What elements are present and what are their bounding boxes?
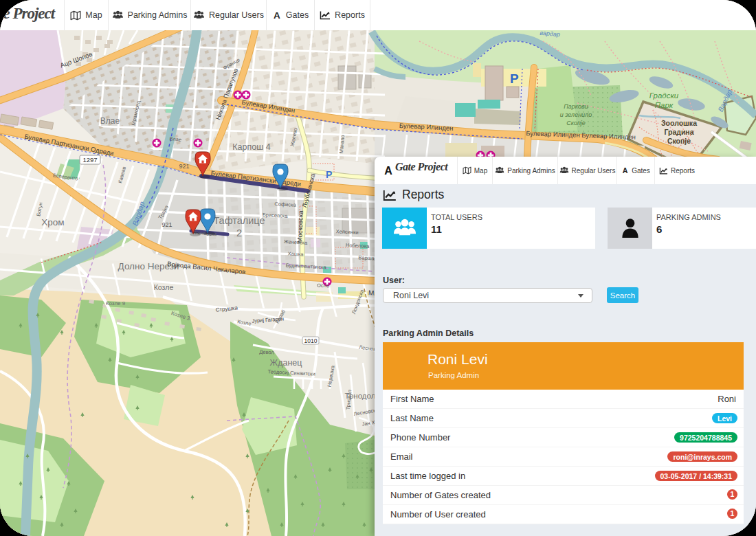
svg-text:A: A [384, 165, 392, 176]
svg-text:Влае: Влае [100, 116, 120, 126]
svg-text:Козле 9: Козле 9 [106, 300, 126, 306]
svg-text:Софиска: Софиска [274, 201, 297, 208]
svg-text:Парк: Парк [655, 101, 674, 109]
svg-text:Девол: Девол [259, 348, 274, 355]
svg-text:Скопје: Скопје [667, 137, 691, 145]
svg-text:A: A [274, 10, 280, 20]
svg-text:Хром: Хром [41, 217, 64, 227]
svg-text:Скопје: Скопје [566, 120, 586, 126]
svg-text:Московска: Московска [296, 210, 304, 243]
svg-text:1297: 1297 [82, 156, 97, 164]
svg-text:921: 921 [179, 163, 189, 170]
svg-text:Женевска: Женевска [284, 238, 309, 246]
svg-text:A: A [623, 167, 628, 175]
svg-text:Зоолошка: Зоолошка [661, 119, 697, 127]
svg-text:Влае: Влае [169, 135, 181, 143]
svg-text:Козле: Козле [154, 283, 174, 291]
svg-text:P: P [326, 169, 332, 180]
svg-text:P: P [510, 71, 519, 86]
svg-text:1010: 1010 [304, 337, 318, 344]
svg-text:2: 2 [236, 227, 242, 238]
svg-text:Осло: Осло [317, 282, 330, 289]
svg-text:Хашка: Хашка [288, 250, 304, 257]
svg-text:Паркови: Паркови [564, 103, 588, 110]
svg-text:921: 921 [162, 221, 172, 228]
svg-text:Нобелова: Нобелова [346, 242, 370, 249]
svg-text:Жданец: Жданец [270, 358, 302, 368]
svg-text:и зеленило: и зеленило [560, 111, 592, 118]
svg-text:Хелсинки: Хелсинки [335, 228, 358, 236]
svg-text:Градина: Градина [664, 128, 693, 136]
svg-text:Градски: Градски [649, 91, 679, 100]
svg-text:Тафталице: Тафталице [213, 215, 265, 226]
svg-text:Карпош 4: Карпош 4 [232, 142, 270, 152]
